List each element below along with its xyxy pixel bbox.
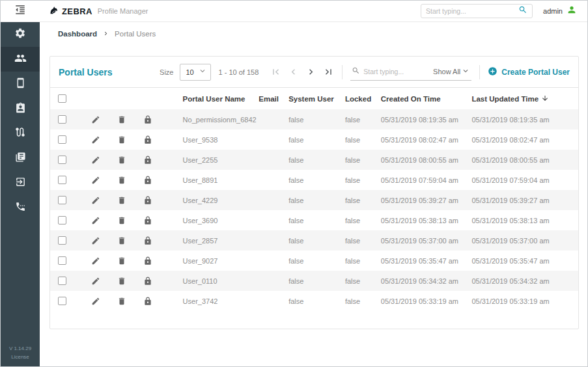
delete-icon[interactable]: [117, 135, 126, 144]
smartphone-icon: [15, 77, 26, 91]
sidebar-item-devices[interactable]: [1, 72, 40, 96]
user-avatar-icon: [567, 5, 577, 18]
delete-icon[interactable]: [117, 156, 126, 165]
column-header-updated[interactable]: Last Updated Time: [471, 94, 578, 103]
cell-created-on: 05/31/2019 05:34:32 am: [381, 277, 472, 285]
lock-icon[interactable]: [143, 135, 152, 144]
edit-icon[interactable]: [91, 297, 100, 306]
page-size-value: 10: [186, 68, 198, 76]
cell-last-updated: 05/31/2019 08:02:47 am: [471, 136, 578, 144]
cell-portal-user-name: User_9027: [161, 257, 259, 265]
page-size-select[interactable]: 10: [180, 64, 211, 81]
edit-icon[interactable]: [91, 277, 100, 286]
menu-collapse-button[interactable]: [1, 4, 40, 18]
row-checkbox[interactable]: [58, 196, 66, 204]
sidebar-item-enrollment[interactable]: [1, 170, 40, 195]
row-checkbox[interactable]: [58, 156, 66, 164]
lock-icon[interactable]: [143, 216, 152, 225]
edit-icon[interactable]: [91, 176, 100, 185]
edit-icon[interactable]: [91, 236, 100, 245]
row-checkbox[interactable]: [58, 115, 66, 124]
cell-created-on: 05/31/2019 07:59:04 am: [381, 176, 472, 184]
select-all-checkbox[interactable]: [58, 94, 66, 103]
prev-page-button[interactable]: [288, 66, 299, 77]
edit-icon[interactable]: [91, 115, 100, 124]
delete-icon[interactable]: [117, 115, 126, 124]
username-label: admin: [543, 7, 563, 15]
create-portal-user-button[interactable]: Create Portal User: [488, 66, 570, 78]
column-header-system-user[interactable]: System User: [288, 95, 345, 103]
edit-icon[interactable]: [91, 216, 100, 225]
lock-icon[interactable]: [143, 277, 152, 286]
row-checkbox[interactable]: [58, 216, 66, 224]
cell-system-user: false: [288, 297, 345, 305]
cell-locked: false: [345, 297, 381, 305]
cell-created-on: 05/31/2019 05:37:00 am: [381, 237, 472, 245]
license-link[interactable]: License: [1, 353, 40, 362]
edit-icon[interactable]: [91, 256, 100, 265]
lock-icon[interactable]: [143, 176, 152, 185]
breadcrumb-dashboard[interactable]: Dashboard: [58, 30, 97, 38]
delete-icon[interactable]: [117, 277, 126, 286]
table-body: No_permissionm_6842 false false 05/31/20…: [50, 109, 578, 311]
delete-icon[interactable]: [117, 216, 126, 225]
cell-locked: false: [345, 156, 381, 164]
column-header-locked[interactable]: Locked: [345, 95, 381, 103]
row-checkbox[interactable]: [58, 277, 66, 285]
edit-icon[interactable]: [91, 196, 100, 205]
last-page-button[interactable]: [323, 66, 334, 77]
first-page-button[interactable]: [270, 66, 281, 77]
global-search-input[interactable]: [426, 7, 518, 15]
row-checkbox[interactable]: [58, 236, 66, 245]
cell-created-on: 05/31/2019 08:19:35 am: [381, 116, 472, 124]
row-checkbox[interactable]: [58, 176, 66, 184]
user-menu[interactable]: admin: [543, 5, 577, 18]
lock-icon[interactable]: [143, 256, 152, 265]
column-header-created[interactable]: Created On Time: [381, 95, 472, 103]
column-header-email[interactable]: Email: [259, 95, 288, 103]
table-row: User_2857 false false 05/31/2019 05:37:0…: [50, 230, 578, 251]
search-icon[interactable]: [518, 5, 527, 17]
filter-column-select[interactable]: Show All: [433, 66, 470, 77]
sidebar-item-settings[interactable]: [1, 22, 40, 47]
table-row: User_4229 false false 05/31/2019 05:39:2…: [50, 190, 578, 210]
sidebar-item-pages[interactable]: [1, 146, 40, 170]
cell-portal-user-name: User_9538: [161, 136, 259, 144]
cell-locked: false: [345, 217, 381, 224]
edit-icon[interactable]: [91, 135, 100, 144]
cell-last-updated: 05/31/2019 05:39:27 am: [471, 197, 578, 204]
lock-icon[interactable]: [143, 236, 152, 245]
lock-icon[interactable]: [143, 297, 152, 306]
cell-last-updated: 05/31/2019 05:35:47 am: [471, 257, 578, 265]
sidebar-item-workflows[interactable]: [1, 121, 40, 146]
sidebar-item-profiles[interactable]: [1, 96, 40, 121]
settings-icon: [14, 27, 26, 42]
delete-icon[interactable]: [117, 196, 126, 205]
zebra-head-icon: [49, 5, 59, 18]
brand-logo: ZEBRA Profile Manager: [49, 5, 148, 18]
table-header-row: Portal User Name Email System User Locke…: [50, 88, 578, 109]
add-circle-icon: [488, 66, 497, 78]
edit-icon[interactable]: [91, 156, 100, 165]
lock-icon[interactable]: [143, 115, 152, 124]
table-filter-input[interactable]: [363, 68, 433, 75]
delete-icon[interactable]: [117, 297, 126, 306]
row-checkbox[interactable]: [58, 297, 66, 305]
table-toolbar: Portal Users Size 10 1 - 10 of 158: [50, 57, 578, 88]
delete-icon[interactable]: [117, 176, 126, 185]
search-icon: [352, 66, 360, 77]
sidebar-item-portal-users[interactable]: [1, 47, 40, 72]
lock-icon[interactable]: [143, 196, 152, 205]
page-title: Portal Users: [59, 67, 112, 77]
row-checkbox[interactable]: [58, 135, 66, 144]
delete-icon[interactable]: [117, 236, 126, 245]
app-window: ZEBRA Profile Manager admin: [0, 0, 588, 367]
pagination-range: 1 - 10 of 158: [219, 68, 259, 76]
lock-icon[interactable]: [143, 156, 152, 165]
cell-portal-user-name: User_3742: [161, 297, 259, 305]
sidebar-item-voice[interactable]: [1, 195, 40, 220]
next-page-button[interactable]: [305, 66, 316, 77]
delete-icon[interactable]: [117, 256, 126, 265]
row-checkbox[interactable]: [58, 256, 66, 265]
column-header-name[interactable]: Portal User Name: [161, 95, 259, 103]
